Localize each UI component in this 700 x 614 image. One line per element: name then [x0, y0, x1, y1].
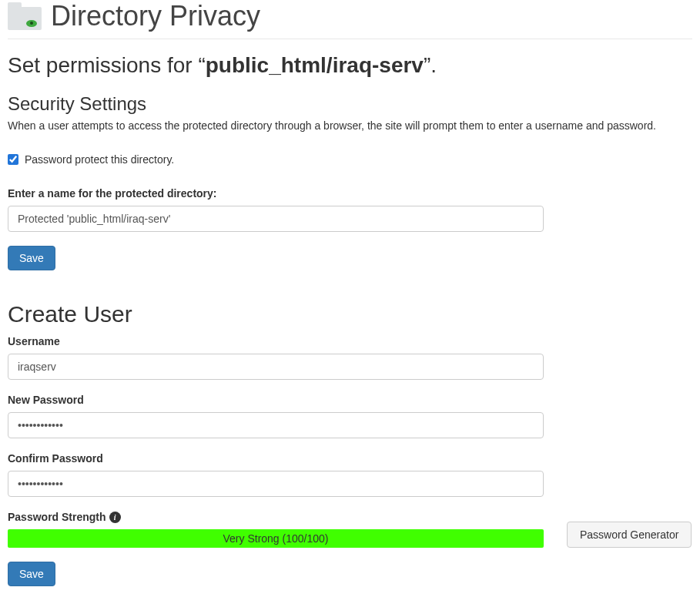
permissions-prefix: Set permissions for “ [8, 53, 206, 77]
password-strength-label-row: Password Strength i [8, 511, 544, 523]
new-password-input[interactable] [8, 412, 544, 438]
directory-name-input[interactable] [8, 206, 544, 232]
new-password-group: New Password [8, 394, 692, 438]
create-user-save-button[interactable]: Save [8, 562, 55, 586]
security-settings-heading: Security Settings [8, 93, 692, 115]
info-icon[interactable]: i [109, 512, 121, 523]
password-generator-button[interactable]: Password Generator [567, 522, 692, 548]
password-strength-label: Password Strength [8, 511, 106, 523]
security-description: When a user attempts to access the prote… [8, 119, 692, 132]
username-group: Username [8, 335, 692, 380]
page-header: Directory Privacy [8, 0, 692, 39]
directory-name-group: Enter a name for the protected directory… [8, 187, 692, 232]
security-save-button[interactable]: Save [8, 246, 55, 270]
create-user-heading: Create User [8, 301, 692, 327]
confirm-password-label: Confirm Password [8, 452, 692, 465]
password-protect-label[interactable]: Password protect this directory. [25, 153, 174, 166]
permissions-suffix: ”. [424, 53, 437, 77]
password-strength-text: Very Strong (100/100) [223, 532, 329, 545]
username-input[interactable] [8, 354, 544, 380]
password-strength-bar: Very Strong (100/100) [8, 529, 544, 548]
password-strength-row: Password Strength i Very Strong (100/100… [8, 511, 692, 548]
directory-privacy-icon [8, 2, 42, 30]
password-protect-checkbox[interactable] [8, 154, 18, 165]
permissions-path: public_html/iraq-serv [206, 53, 424, 77]
confirm-password-group: Confirm Password [8, 452, 692, 497]
permissions-heading: Set permissions for “public_html/iraq-se… [8, 53, 692, 78]
confirm-password-input[interactable] [8, 471, 544, 497]
username-label: Username [8, 335, 692, 347]
page-title: Directory Privacy [51, 0, 260, 32]
password-protect-row: Password protect this directory. [8, 153, 692, 166]
new-password-label: New Password [8, 394, 692, 406]
directory-name-label: Enter a name for the protected directory… [8, 187, 692, 200]
